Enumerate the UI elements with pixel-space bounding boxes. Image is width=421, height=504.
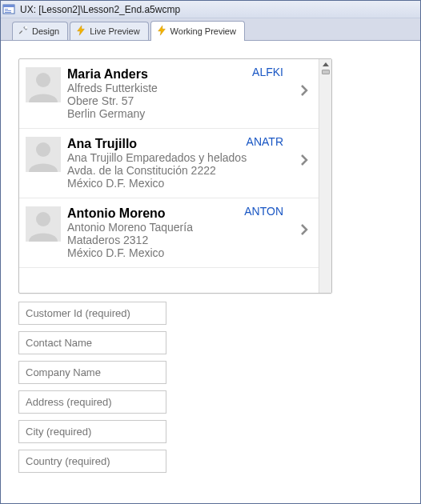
customer-code: ALFKI <box>252 66 283 78</box>
list-item[interactable]: Maria Anders Alfreds Futterkiste Obere S… <box>19 59 319 129</box>
svg-rect-2 <box>5 9 8 10</box>
svg-rect-1 <box>3 5 14 7</box>
customer-code: ANATR <box>247 135 283 148</box>
lightning-icon <box>156 25 167 38</box>
city-country: México D.F. Mexico <box>67 246 312 259</box>
svg-marker-6 <box>78 26 85 35</box>
content-pane: Maria Anders Alfreds Futterkiste Obere S… <box>1 41 420 503</box>
chevron-right-icon <box>299 153 309 169</box>
tab-label: Live Preview <box>90 26 139 36</box>
avatar <box>26 67 61 102</box>
address-line: Mataderos 2312 <box>67 234 312 246</box>
customer-id-field[interactable] <box>18 302 166 325</box>
list-item[interactable]: Ana Trujillo Ana Trujillo Emparedados y … <box>19 129 319 198</box>
svg-point-9 <box>36 142 50 157</box>
detail-form <box>18 302 178 479</box>
window-title: UX: [Lesson2]\Lesson2_End.a5wcmp <box>20 4 180 15</box>
svg-point-5 <box>25 26 27 29</box>
list-scrollbar[interactable] <box>319 59 331 293</box>
company-name: Ana Trujillo Emparedados y helados <box>67 151 312 164</box>
list-item[interactable]: Antonio Moreno Antonio Moreno Taquería M… <box>19 198 319 268</box>
svg-rect-4 <box>5 12 11 13</box>
address-line: Avda. de la Constitución 2222 <box>67 164 312 177</box>
svg-point-8 <box>36 73 50 87</box>
country-field[interactable] <box>18 450 166 473</box>
chevron-right-icon <box>299 222 309 238</box>
city-country: Berlin Germany <box>67 107 312 120</box>
tab-live-preview[interactable]: Live Preview <box>70 22 148 40</box>
tab-label: Design <box>32 26 59 36</box>
tab-design[interactable]: Design <box>12 22 68 40</box>
window-icon <box>2 3 15 16</box>
lightning-icon <box>75 25 86 38</box>
scroll-up-icon[interactable] <box>323 62 329 66</box>
contact-name-field[interactable] <box>18 331 166 354</box>
customer-code: ANTON <box>244 205 283 218</box>
scroll-handle[interactable] <box>322 70 330 74</box>
window-titlebar: UX: [Lesson2]\Lesson2_End.a5wcmp <box>1 1 420 18</box>
city-country: México D.F. Mexico <box>67 177 312 190</box>
city-field[interactable] <box>18 420 166 443</box>
svg-point-10 <box>36 212 50 226</box>
chevron-right-icon <box>299 83 309 99</box>
svg-rect-3 <box>5 10 11 11</box>
address-field[interactable] <box>18 390 166 414</box>
company-name-field[interactable] <box>18 361 166 384</box>
customer-list-body[interactable]: Maria Anders Alfreds Futterkiste Obere S… <box>19 59 319 293</box>
customer-list: Maria Anders Alfreds Futterkiste Obere S… <box>18 58 332 294</box>
avatar <box>26 137 61 172</box>
tab-label: Working Preview <box>170 26 236 36</box>
address-line: Obere Str. 57 <box>67 94 312 107</box>
view-tabstrip: Design Live Preview Working Preview <box>1 18 420 41</box>
avatar <box>26 206 61 242</box>
tools-icon <box>18 25 29 38</box>
svg-marker-7 <box>158 26 165 35</box>
company-name: Antonio Moreno Taquería <box>67 221 312 234</box>
tab-working-preview[interactable]: Working Preview <box>150 21 245 41</box>
company-name: Alfreds Futterkiste <box>67 82 312 94</box>
